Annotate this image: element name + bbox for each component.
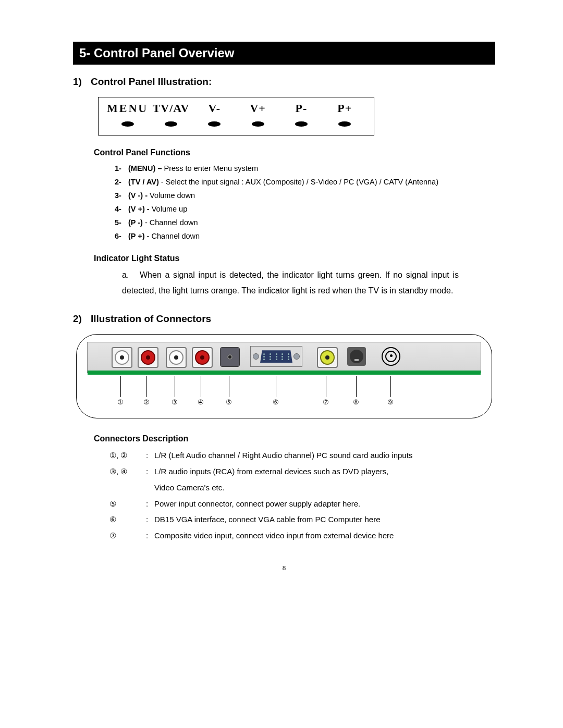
panel-label-vplus: V+ (236, 102, 279, 115)
func-num: 6- (115, 229, 128, 243)
conn-colon: : (146, 464, 154, 480)
section2-title: Illustration of Connectors (91, 313, 211, 324)
func-key: (P -) (128, 218, 145, 227)
rca-yellow-icon (317, 347, 338, 368)
conn-colon: : (146, 528, 154, 544)
panel-button-icon (165, 121, 177, 127)
conn-sym: ⑥ (109, 512, 146, 528)
func-num: 1- (115, 162, 128, 175)
func-num: 4- (115, 202, 128, 216)
conn-label-9: ⑨ (387, 398, 394, 406)
conn-sym: ⑦ (109, 528, 146, 544)
rca-red-icon (138, 347, 158, 368)
func-key: (V -) - (128, 191, 150, 200)
functions-heading: Control Panel Functions (94, 148, 495, 157)
func-num: 5- (115, 216, 128, 229)
conn-label-7: ⑦ (323, 398, 329, 406)
conn-colon: : (146, 448, 154, 464)
func-num: 2- (115, 175, 128, 189)
panel-button-icon (295, 121, 308, 127)
conn-text: Composite video input, connect video inp… (154, 528, 495, 544)
panel-label-menu: MENU (106, 102, 149, 115)
func-desc: Press to enter Menu system (164, 164, 258, 172)
panel-button-icon (338, 121, 351, 127)
panel-label-tvav: TV/AV (149, 102, 192, 115)
conn-sym: ⑤ (109, 496, 146, 512)
indicator-heading: Indicator Light Status (94, 254, 495, 263)
connectors-illustration: ① ② ③ ④ ⑤ ⑥ ⑦ ⑧ ⑨ (76, 334, 492, 418)
section1-heading: 1)Control Panel Illustration: (73, 76, 495, 88)
panel-label-pminus: P- (279, 102, 323, 115)
connectors-description: ①, ②:L/R (Left Audio channel / Right Aud… (109, 448, 495, 544)
conn-label-4: ④ (198, 398, 204, 406)
section-header: 5- Control Panel Overview (73, 42, 495, 65)
func-desc: Volume down (150, 191, 195, 200)
rca-white-icon (112, 347, 132, 368)
rca-white-icon (166, 347, 187, 368)
coax-port-icon (382, 347, 400, 366)
conn-label-3: ③ (172, 398, 178, 406)
svideo-port-icon (347, 347, 366, 366)
func-key: (TV / AV) (128, 178, 161, 186)
page-number: 8 (73, 564, 495, 572)
section2-num: 2) (73, 313, 91, 325)
connectors-desc-heading: Connectors Description (94, 434, 495, 443)
panel-button-icon (252, 121, 264, 127)
functions-list: 1-(MENU) – Press to enter Menu system 2-… (115, 162, 495, 243)
section1-title: Control Panel Illustration: (91, 76, 212, 87)
func-desc: - Select the input signal : AUX (Composi… (161, 178, 438, 186)
conn-text: Power input connector, connect power sup… (154, 496, 495, 512)
section2-heading: 2)Illustration of Connectors (73, 313, 495, 325)
vga-port-icon (250, 346, 302, 367)
func-desc: - Channel down (147, 232, 200, 240)
func-num: 3- (115, 189, 128, 202)
conn-sym: ①, ② (109, 448, 146, 464)
connector-leads: ① ② ③ ④ ⑤ ⑥ ⑦ ⑧ ⑨ (87, 376, 481, 409)
conn-label-2: ② (143, 398, 150, 406)
func-key: (V +) - (128, 205, 152, 213)
section1-num: 1) (73, 76, 91, 88)
panel-label-pplus: P+ (323, 102, 366, 115)
panel-label-vminus: V- (193, 102, 236, 115)
conn-text-cont: Video Camera's etc. (154, 480, 224, 496)
conn-label-6: ⑥ (273, 398, 279, 406)
func-desc: Volume up (152, 205, 188, 213)
conn-label-5: ⑤ (226, 398, 232, 406)
conn-label-1: ① (117, 398, 124, 406)
conn-text: L/R audio inputs (RCA) from external dev… (154, 464, 495, 480)
rca-red-icon (192, 347, 213, 368)
conn-label-8: ⑧ (353, 398, 359, 406)
conn-sym: ③, ④ (109, 464, 146, 480)
indicator-text: a.When a signal input is detected, the i… (122, 267, 459, 299)
indicator-a: a. (122, 267, 140, 283)
control-panel-illustration: MENU TV/AV V- V+ P- P+ (98, 97, 374, 135)
indicator-body: When a signal input is detected, the ind… (122, 270, 459, 295)
func-desc: - Channel down (145, 218, 198, 227)
green-bar (88, 371, 481, 375)
conn-text: L/R (Left Audio channel / Right Audio ch… (154, 448, 495, 464)
power-connector-icon (220, 347, 240, 367)
connector-strip (87, 342, 481, 373)
func-key: (P +) (128, 232, 147, 240)
panel-button-icon (208, 121, 221, 127)
conn-colon: : (146, 512, 154, 528)
panel-button-icon (121, 121, 134, 127)
conn-colon: : (146, 496, 154, 512)
conn-text: DB15 VGA interface, connect VGA cable fr… (154, 512, 495, 528)
func-key: (MENU) – (128, 164, 164, 172)
